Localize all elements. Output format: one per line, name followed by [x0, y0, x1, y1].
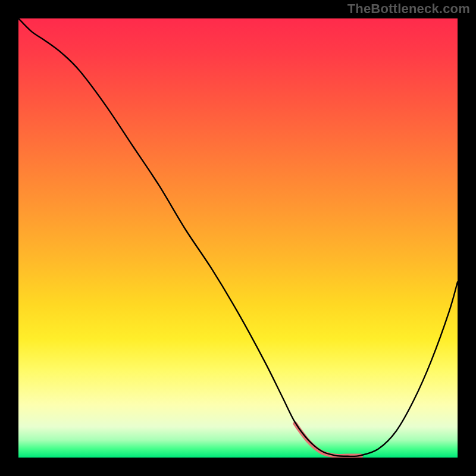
bottleneck-curve	[18, 18, 458, 456]
chart-svg	[18, 18, 458, 458]
watermark-text: TheBottleneck.com	[347, 1, 470, 17]
chart-area	[18, 18, 458, 458]
curve-highlight-segment	[295, 424, 361, 456]
